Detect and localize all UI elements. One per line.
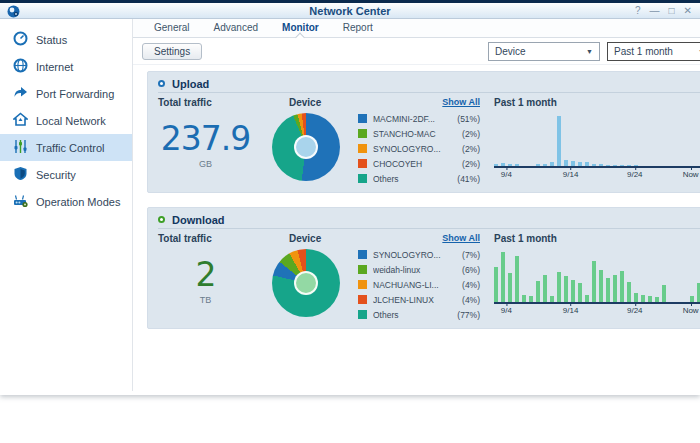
upload-total-unit: GB	[158, 159, 253, 169]
bar	[627, 282, 631, 302]
x-tick-label: 9/14	[563, 170, 579, 179]
upload-panel: Upload Total traffic 237.9 GB Device	[147, 71, 700, 193]
download-total-value: 2	[158, 255, 253, 295]
upload-x-axis: 9/4 9/14 9/24 Now	[494, 168, 700, 179]
bar	[585, 162, 589, 166]
upload-device-donut-chart	[272, 113, 340, 181]
gauge-icon	[13, 31, 28, 48]
bar	[690, 296, 694, 302]
tab-advanced[interactable]: Advanced	[202, 19, 270, 37]
bar	[529, 296, 533, 302]
minimize-button[interactable]: —	[650, 3, 660, 19]
donut-hole	[294, 271, 318, 295]
sidebar-item-traffic-control[interactable]: Traffic Control	[0, 134, 132, 161]
sidebar-item-operation-modes[interactable]: Operation Modes	[0, 188, 132, 215]
bar	[536, 281, 540, 302]
download-show-all-link[interactable]: Show All	[358, 233, 480, 247]
legend-item: weidah-linux(6%)	[358, 262, 480, 277]
bar	[613, 275, 617, 303]
download-x-axis: 9/4 9/14 9/24 Now	[494, 304, 700, 315]
download-status-icon	[158, 216, 165, 223]
bar	[564, 160, 568, 167]
total-traffic-label: Total traffic	[158, 233, 253, 247]
maximize-button[interactable]: □	[669, 3, 675, 19]
bar	[522, 295, 526, 303]
donut-hole	[294, 135, 318, 159]
window-title: Network Center	[0, 5, 700, 17]
x-tick-label: 9/14	[563, 306, 579, 315]
sliders-icon	[13, 139, 28, 156]
tab-bar: General Advanced Monitor Report	[133, 19, 700, 38]
sidebar-item-security[interactable]: Security	[0, 161, 132, 188]
network-center-window: Network Center ? — □ ✕ Status Internet P…	[0, 0, 700, 395]
shield-icon	[13, 166, 28, 183]
bar	[648, 296, 652, 302]
device-filter-dropdown[interactable]: Device ▼	[488, 42, 600, 61]
period-filter-dropdown[interactable]: Past 1 month ▼	[607, 42, 700, 61]
bar	[641, 295, 645, 303]
bar	[578, 162, 582, 167]
forward-arrow-icon	[13, 85, 28, 102]
bar	[592, 164, 596, 167]
bar	[550, 162, 554, 166]
bar	[655, 297, 659, 302]
bar	[599, 164, 603, 166]
bar	[620, 165, 624, 166]
bar	[627, 165, 631, 166]
legend-item: Others(41%)	[358, 171, 480, 186]
bar	[571, 280, 575, 303]
bar	[620, 271, 624, 302]
settings-button[interactable]: Settings	[142, 43, 202, 60]
bar	[585, 295, 589, 303]
sidebar-item-local-network[interactable]: Local Network	[0, 107, 132, 134]
toolbar: Settings Device ▼ Past 1 month ▼	[133, 38, 700, 65]
bar	[634, 165, 638, 166]
upload-show-all-link[interactable]: Show All	[358, 97, 480, 111]
bar	[536, 164, 540, 166]
x-tick-label: 9/24	[627, 170, 643, 179]
x-tick-label: 9/4	[501, 306, 512, 315]
period-column-label: Past 1 month	[494, 97, 700, 111]
sidebar-item-label: Status	[36, 34, 67, 46]
upload-total-value: 237.9	[158, 119, 253, 159]
bar	[501, 252, 505, 302]
download-section-title: Download	[172, 214, 225, 226]
x-tick-label: 9/24	[627, 306, 643, 315]
download-history-bar-chart	[494, 252, 700, 304]
bar	[662, 285, 666, 303]
upload-history-bar-chart	[494, 116, 700, 168]
tab-monitor[interactable]: Monitor	[270, 19, 331, 37]
close-button[interactable]: ✕	[684, 3, 692, 19]
tab-general[interactable]: General	[142, 19, 202, 37]
help-button[interactable]: ?	[635, 3, 641, 19]
tab-report[interactable]: Report	[331, 19, 385, 37]
bar	[578, 283, 582, 302]
device-column-label: Device	[253, 233, 358, 247]
bar	[613, 165, 617, 167]
sidebar-item-internet[interactable]: Internet	[0, 53, 132, 80]
legend-item: JLCHEN-LINUX(4%)	[358, 292, 480, 307]
sidebar: Status Internet Port Forwarding Local Ne…	[0, 19, 133, 391]
download-device-donut-chart	[272, 249, 340, 317]
upload-section-title: Upload	[172, 78, 209, 90]
content-area: General Advanced Monitor Report Settings…	[133, 19, 700, 391]
legend-item: STANCHO-MAC(2%)	[358, 126, 480, 141]
total-traffic-label: Total traffic	[158, 97, 253, 111]
bar	[606, 165, 610, 167]
sidebar-item-port-forwarding[interactable]: Port Forwarding	[0, 80, 132, 107]
download-total-unit: TB	[158, 295, 253, 305]
legend-item: Others(77%)	[358, 307, 480, 322]
sidebar-item-label: Internet	[36, 61, 73, 73]
bar	[515, 256, 519, 303]
download-panel: Download Total traffic 2 TB Device	[147, 207, 700, 329]
sidebar-item-label: Port Forwarding	[36, 88, 114, 100]
bar	[634, 293, 638, 302]
sidebar-item-status[interactable]: Status	[0, 26, 132, 53]
sidebar-item-label: Local Network	[36, 115, 106, 127]
x-tick-label: Now	[683, 170, 699, 179]
app-icon	[7, 4, 20, 22]
bar	[557, 272, 561, 302]
bar	[501, 163, 505, 166]
bar	[550, 296, 554, 302]
router-gear-icon	[13, 193, 28, 210]
